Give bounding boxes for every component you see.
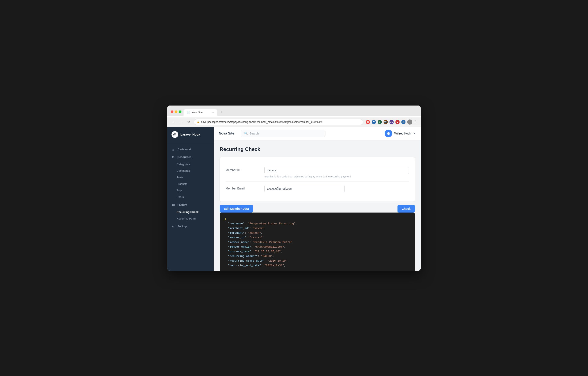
sidebar-label-dashboard: Dashboard: [178, 148, 191, 151]
sidebar-item-comments[interactable]: Comments: [167, 167, 214, 174]
refresh-button[interactable]: ↻: [186, 120, 191, 124]
app-layout: ◎ Laravel Nova ⌂ Dashboard ⊞ Resources C…: [167, 127, 421, 271]
brand-name: Laravel Nova: [180, 133, 200, 136]
sidebar-item-dashboard[interactable]: ⌂ Dashboard: [167, 146, 214, 153]
search-placeholder: Search: [249, 132, 259, 135]
sidebar-label-faspay: Faspay: [178, 203, 187, 206]
search-bar[interactable]: 🔍 Search: [241, 130, 326, 137]
code-line-merchant: "merchant": "xxxxxx",: [225, 231, 410, 235]
search-icon: 🔍: [244, 132, 248, 135]
lock-icon: 🔒: [197, 121, 200, 123]
header-site-title: Nova Site: [219, 132, 234, 135]
sidebar-item-categories[interactable]: Categories: [167, 161, 214, 167]
app-right: Nova Site 🔍 Search ⏻ Wilfred Koch ▼ Recu…: [214, 127, 421, 271]
sidebar-item-recurring-check[interactable]: Recurring Check: [167, 209, 214, 215]
code-line-merchant-id: "merchant_id": "xxxxx",: [225, 226, 410, 231]
edit-member-button[interactable]: Edit Member Data: [220, 205, 253, 212]
member-id-input[interactable]: [264, 167, 409, 174]
code-line-response: "response": "Pengecekan Status Recurring…: [225, 221, 410, 226]
code-line-member-id: "member_id": "xxxxxx",: [225, 235, 410, 240]
main-content: Recurring Check Member ID member id is a…: [214, 140, 421, 271]
home-icon: ⌂: [171, 148, 175, 151]
member-id-help: member id is a code that registered to f…: [264, 175, 409, 178]
tab-page-icon: 📄: [187, 111, 190, 114]
tab-close-button[interactable]: ✕: [212, 111, 214, 114]
chevron-down-icon: ▼: [413, 132, 416, 135]
sidebar-label-settings: Settings: [178, 225, 187, 228]
brand-logo: ◎: [171, 131, 178, 138]
browser-tab-active[interactable]: 📄 Nova Site ✕: [184, 109, 217, 116]
browser-extensions: O ✏ V 📷 php ● G ⋮: [366, 120, 417, 124]
url-text: nova-packages.test/nova/faspay/recurring…: [201, 121, 322, 123]
member-id-row: Member ID member id is a code that regis…: [226, 163, 409, 182]
ext-icon-3[interactable]: V: [378, 120, 382, 124]
user-avatar-browser[interactable]: [407, 120, 412, 124]
faspay-icon: ▤: [171, 203, 175, 207]
code-line-member-name: "member_name": "Cendekia Pramana Putra",: [225, 240, 410, 245]
code-line-member-email: "member_email": "xxxxxx@gmail.com",: [225, 245, 410, 249]
address-bar[interactable]: 🔒 nova-packages.test/nova/faspay/recurri…: [194, 119, 363, 125]
browser-tabs: 📄 Nova Site ✕ +: [184, 109, 225, 116]
sidebar-item-posts[interactable]: Posts: [167, 174, 214, 181]
member-email-field: [264, 185, 409, 192]
member-email-label: Member Email: [226, 185, 259, 190]
member-email-row: Member Email: [226, 182, 409, 196]
user-name: Wilfred Koch: [394, 132, 411, 135]
sidebar-item-settings[interactable]: ⚙ Settings: [167, 223, 214, 230]
code-opening-brace: {: [225, 217, 410, 221]
forward-button[interactable]: →: [178, 120, 184, 124]
settings-icon: ⚙: [171, 225, 175, 228]
tab-title: Nova Site: [192, 111, 202, 114]
sidebar-navigation: ⌂ Dashboard ⊞ Resources Categories Comme…: [167, 142, 214, 271]
ext-icon-5[interactable]: php: [389, 120, 394, 124]
ext-icon-6[interactable]: ●: [395, 120, 399, 124]
code-line-recurring-start-date: "recurring_start_date": "2016-10-19",: [225, 259, 410, 263]
code-output: { "response": "Pengecekan Status Recurri…: [220, 212, 415, 271]
browser-menu-button[interactable]: ⋮: [414, 120, 417, 124]
maximize-button[interactable]: [179, 111, 181, 113]
ext-icon-1[interactable]: O: [366, 120, 370, 124]
ext-icon-4[interactable]: 📷: [384, 120, 388, 124]
form-card: Member ID member id is a code that regis…: [220, 157, 415, 201]
sidebar-section-resources[interactable]: ⊞ Resources: [167, 153, 214, 161]
sidebar-item-users[interactable]: Users: [167, 194, 214, 200]
close-button[interactable]: [171, 111, 173, 113]
ext-icon-2[interactable]: ✏: [372, 120, 376, 124]
content-body: Recurring Check Member ID member id is a…: [214, 140, 421, 271]
new-tab-button[interactable]: +: [218, 109, 225, 116]
sidebar-label-resources: Resources: [178, 155, 191, 159]
sidebar-item-recurring-form[interactable]: Recurring Form: [167, 215, 214, 222]
code-line-process-date: "process_date": "20,25,28,05,10",: [225, 249, 410, 254]
member-id-field: member id is a code that registered to f…: [264, 167, 409, 178]
sidebar-item-products[interactable]: Products: [167, 181, 214, 187]
member-id-label: Member ID: [226, 167, 259, 172]
code-line-recurring-end-date: "recurring_end_date": "2028-10-31",: [225, 263, 410, 268]
sidebar-brand: ◎ Laravel Nova: [167, 127, 214, 142]
minimize-button[interactable]: [175, 111, 178, 113]
power-icon: ⏻: [387, 132, 390, 135]
nav-controls: ← → ↻: [171, 120, 191, 124]
member-email-input[interactable]: [264, 185, 345, 192]
back-button[interactable]: ←: [171, 120, 177, 124]
sidebar: ◎ Laravel Nova ⌂ Dashboard ⊞ Resources C…: [167, 127, 214, 271]
user-menu[interactable]: ⏻ Wilfred Koch ▼: [385, 130, 416, 137]
browser-toolbar: ← → ↻ 🔒 nova-packages.test/nova/faspay/r…: [167, 117, 421, 127]
sidebar-section-faspay[interactable]: ▤ Faspay: [167, 201, 214, 209]
ext-icon-7[interactable]: G: [401, 120, 406, 124]
form-actions: Edit Member Data Check: [220, 205, 415, 212]
sidebar-item-tags[interactable]: Tags: [167, 187, 214, 194]
browser-window: 📄 Nova Site ✕ + ← → ↻ 🔒 nova-packages.te…: [167, 106, 421, 271]
check-button[interactable]: Check: [398, 205, 415, 212]
code-line-recurring-amount: "recurring_amount": "94600",: [225, 254, 410, 259]
app-header: Nova Site 🔍 Search ⏻ Wilfred Koch ▼: [214, 127, 421, 140]
resources-icon: ⊞: [171, 155, 175, 159]
page-title: Recurring Check: [220, 146, 415, 152]
brand-logo-icon: ◎: [173, 132, 177, 137]
browser-chrome: 📄 Nova Site ✕ +: [167, 106, 421, 116]
user-avatar: ⏻: [385, 130, 392, 137]
